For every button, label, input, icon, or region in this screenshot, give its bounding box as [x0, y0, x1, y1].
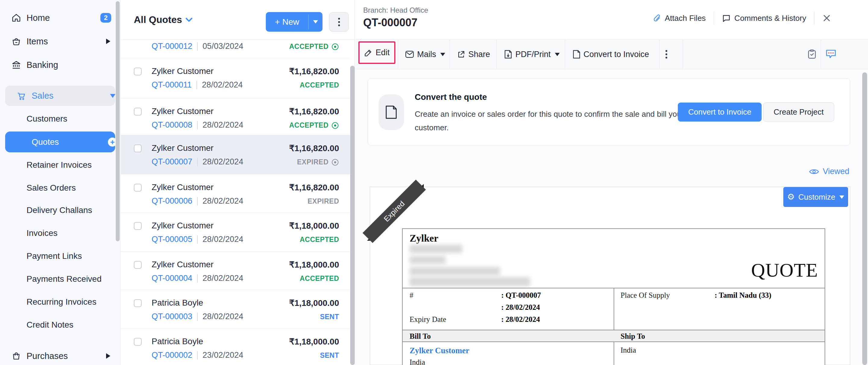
share-button[interactable]: Share: [457, 39, 490, 69]
sidebar-item-retainer-invoices[interactable]: Retainer Invoices: [0, 156, 121, 175]
pencil-icon: [364, 49, 373, 57]
attach-files-button[interactable]: Attach Files: [653, 13, 706, 23]
sidebar-item-delivery-challans[interactable]: Delivery Challans: [0, 201, 121, 220]
quote-date: 28/02/2024: [203, 196, 243, 206]
row-checkbox[interactable]: [134, 338, 142, 346]
sidebar-item-quotes-active[interactable]: Quotes +: [5, 132, 115, 152]
sidebar-label: Payments Received: [27, 274, 101, 284]
pdf-print-button[interactable]: PDF/Print: [504, 39, 560, 69]
quote-row[interactable]: Zylker Customer QT-00000628/02/2024 ₹1,1…: [121, 174, 350, 213]
pdf-icon: [504, 50, 513, 59]
mails-button[interactable]: Mails: [405, 39, 445, 69]
list-scrollbar[interactable]: [350, 66, 355, 365]
sidebar-item-banking[interactable]: Banking: [0, 55, 121, 75]
quote-title: QT-000007: [363, 16, 417, 29]
chat-comments-icon[interactable]: [826, 49, 836, 59]
sidebar-label: Banking: [27, 60, 58, 70]
quote-date: 28/02/2024: [202, 80, 243, 90]
status-badge: ACCEPTED: [300, 81, 339, 89]
bill-ship-header-row: Bill To Ship To: [403, 330, 825, 342]
sidebar-section-purchases[interactable]: Purchases: [0, 346, 121, 365]
list-filter-dropdown[interactable]: All Quotes: [134, 14, 192, 25]
quote-row-partial[interactable]: QT-000012 05/03/2024 ACCEPTED: [121, 40, 350, 58]
row-checkbox[interactable]: [134, 67, 142, 76]
quote-date: 28/02/2024: [203, 120, 243, 130]
convert-to-invoice-primary-button[interactable]: Convert to Invoice: [678, 103, 762, 121]
gear-icon: ⚙: [787, 193, 795, 201]
quote-id-link[interactable]: QT-000002: [152, 350, 192, 360]
sidebar-label: Items: [27, 36, 48, 47]
convert-card-title: Convert the quote: [415, 92, 487, 102]
mail-icon: [405, 50, 414, 58]
quote-row[interactable]: Zylker Customer QT-00000528/02/2024 ₹1,1…: [121, 213, 350, 252]
quote-id-link[interactable]: QT-000012: [152, 41, 192, 51]
sidebar-label: Recurring Invoices: [27, 297, 96, 307]
eye-icon: [809, 168, 819, 175]
quote-row[interactable]: Zylker Customer QT-00001128/02/2024 ₹1,1…: [121, 58, 350, 99]
quote-id-link[interactable]: QT-000006: [152, 196, 192, 206]
quote-amount: ₹1,18,000.00: [289, 221, 339, 231]
sidebar-item-sales-orders[interactable]: Sales Orders: [0, 178, 121, 198]
convert-quote-card: Convert the quote Create an invoice or s…: [368, 78, 850, 145]
row-checkbox[interactable]: [134, 222, 142, 230]
sidebar-scrollbar[interactable]: [116, 1, 120, 241]
quote-detail-panel: Branch: Head Office QT-000007 Attach Fil…: [355, 0, 868, 365]
row-checkbox[interactable]: [134, 108, 142, 115]
sidebar-section-sales[interactable]: Sales: [5, 86, 115, 106]
cart-icon: [17, 91, 26, 101]
edit-button[interactable]: Edit: [358, 41, 396, 64]
caret-down-icon: [555, 53, 560, 56]
sidebar-item-payment-links[interactable]: Payment Links: [0, 247, 121, 266]
new-quote-button[interactable]: +New: [266, 12, 322, 32]
customize-button[interactable]: ⚙ Customize: [783, 187, 848, 207]
viewed-link[interactable]: Viewed: [809, 167, 849, 176]
quote-id-link[interactable]: QT-000007: [152, 157, 192, 167]
bill-to-customer-link[interactable]: Zylker Customer: [410, 346, 469, 355]
list-more-button[interactable]: [329, 12, 349, 32]
quote-id-link[interactable]: QT-000008: [152, 120, 192, 130]
status-badge: SENT: [320, 313, 339, 321]
detail-scrollbar[interactable]: [862, 73, 867, 365]
sidebar-item-recurring-invoices[interactable]: Recurring Invoices: [0, 292, 121, 312]
convert-to-invoice-button[interactable]: Convert to Invoice: [572, 39, 649, 69]
new-button-dropdown[interactable]: [309, 12, 322, 32]
create-project-button[interactable]: Create Project: [763, 103, 834, 121]
sidebar-item-home[interactable]: Home 2: [0, 8, 121, 27]
toolbar-more-button[interactable]: [665, 39, 667, 69]
sidebar-label: Invoices: [27, 228, 58, 238]
quote-row-selected[interactable]: Zylker Customer QT-00000728/02/2024 ₹1,1…: [121, 135, 350, 174]
edit-label: Edit: [375, 48, 390, 57]
document-title: QUOTE: [751, 259, 818, 281]
sidebar-item-credit-notes[interactable]: Credit Notes: [0, 315, 121, 335]
quote-amount: ₹1,16,820.00: [289, 143, 339, 153]
sidebar-item-items[interactable]: Items: [0, 32, 121, 51]
row-checkbox[interactable]: [134, 144, 142, 152]
quote-id-link[interactable]: QT-000011: [152, 80, 192, 90]
viewed-icon: [331, 158, 339, 166]
attach-files-label: Attach Files: [665, 13, 706, 23]
tasks-clipboard-icon[interactable]: [807, 49, 817, 59]
sidebar-item-customers[interactable]: Customers: [0, 109, 121, 129]
convert-card-description: Create an invoice or sales order for thi…: [415, 107, 695, 135]
quote-row[interactable]: Patricia Boyle QT-00000223/02/2024 ₹1,18…: [121, 329, 350, 365]
row-checkbox[interactable]: [134, 184, 142, 192]
sidebar-item-payments-received[interactable]: Payments Received: [0, 270, 121, 289]
ship-to-country: India: [621, 346, 636, 355]
quote-id-link[interactable]: QT-000005: [152, 235, 192, 244]
comments-history-button[interactable]: Comments & History: [722, 13, 806, 23]
row-checkbox[interactable]: [134, 261, 142, 269]
mails-label: Mails: [417, 50, 436, 59]
quote-row[interactable]: Patricia Boyle QT-00000328/02/2024 ₹1,18…: [121, 290, 350, 329]
quote-id-link[interactable]: QT-000003: [152, 312, 192, 321]
list-header: All Quotes +New: [121, 0, 354, 40]
row-checkbox[interactable]: [134, 299, 142, 307]
quote-row[interactable]: Zylker Customer QT-00000828/02/2024 ₹1,1…: [121, 99, 350, 135]
quote-row[interactable]: Zylker Customer QT-00000428/02/2024 ₹1,1…: [121, 252, 350, 290]
sidebar-item-invoices[interactable]: Invoices: [0, 224, 121, 243]
quote-id-link[interactable]: QT-000004: [152, 274, 192, 283]
share-icon: [457, 50, 465, 58]
kebab-icon: [338, 21, 340, 23]
quote-preview-container: Expired ⚙ Customize Zylker QUOTE # : QT-…: [370, 187, 850, 365]
sidebar-label: Purchases: [27, 351, 68, 361]
close-icon[interactable]: [822, 13, 831, 23]
